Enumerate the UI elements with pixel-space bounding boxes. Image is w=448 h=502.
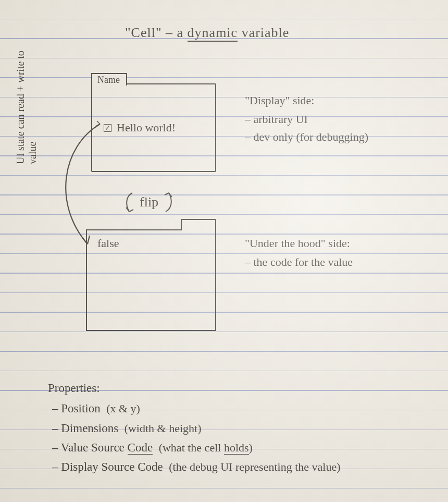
card-under-content: false <box>97 237 119 250</box>
property-dimensions: Dimensions (width & height) <box>48 419 433 438</box>
under-hood-card: false <box>86 229 216 331</box>
under-hood-item: the code for the value <box>245 253 432 271</box>
title-cell-word: "Cell" <box>125 25 162 40</box>
card-tab-name: Name <box>91 73 127 85</box>
card-display-content: ✓ Hello world! <box>104 121 176 134</box>
card-tab-blank <box>181 219 216 230</box>
checkbox-icon: ✓ <box>104 124 111 132</box>
title-emphasis: dynamic <box>188 25 238 42</box>
diagram-title: "Cell" – a dynamic variable <box>125 25 289 41</box>
properties-heading: Properties: <box>48 378 433 398</box>
display-side-heading: "Display" side: <box>245 92 443 109</box>
flip-arrow-up-icon <box>161 191 174 214</box>
hello-world-text: Hello world! <box>117 121 176 134</box>
display-side-annotation: "Display" side: arbitrary UI dev only (f… <box>245 92 443 146</box>
flip-action-label: flip <box>124 191 174 214</box>
property-value-source-code: Value Source Code (what the cell holds) <box>48 438 433 457</box>
properties-list: Properties: Position (x & y) Dimensions … <box>48 378 433 476</box>
flip-arrow-down-icon <box>124 191 136 214</box>
under-hood-annotation: "Under the hood" side: the code for the … <box>245 235 432 271</box>
property-position: Position (x & y) <box>48 399 433 418</box>
property-display-source-code: Display Source Code (the debug UI repres… <box>48 457 433 476</box>
side-note-ui-state: UI state can read + write to value <box>15 29 39 164</box>
display-side-item: arbitrary UI <box>245 111 443 128</box>
display-side-item: dev only (for debugging) <box>245 128 443 146</box>
flip-text: flip <box>140 194 158 210</box>
display-side-card: Name ✓ Hello world! <box>91 83 216 172</box>
under-hood-heading: "Under the hood" side: <box>245 235 432 252</box>
